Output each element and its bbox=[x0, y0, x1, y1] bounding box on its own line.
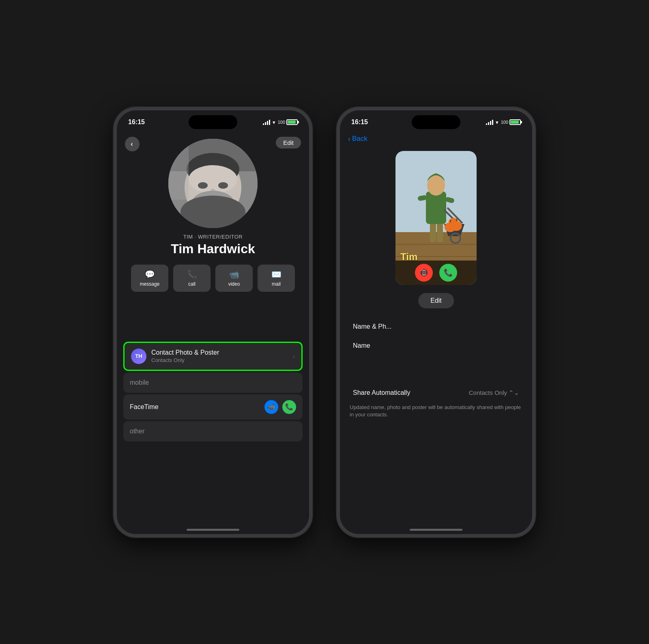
phone-left: 16:15 ▾ 100 ‹ bbox=[114, 107, 312, 537]
avatar-left bbox=[168, 139, 258, 228]
video-button[interactable]: 📹 video bbox=[215, 265, 253, 292]
signal-icon-right bbox=[486, 119, 493, 125]
back-nav-right[interactable]: ‹ Back bbox=[348, 135, 367, 143]
name-phone-row[interactable]: Name & Ph... bbox=[346, 317, 526, 336]
battery-percentage-right: 100 bbox=[501, 120, 508, 125]
accept-call-button[interactable]: 📞 bbox=[439, 264, 457, 282]
status-time-left: 16:15 bbox=[128, 118, 145, 126]
phone-right: 16:15 ▾ 100 ‹ Back bbox=[337, 107, 535, 537]
back-text: Back bbox=[352, 135, 367, 143]
action-buttons: 💬 message 📞 call 📹 video ✉️ mail bbox=[131, 265, 295, 292]
photo-poster-title: Contact Photo & Poster bbox=[151, 349, 219, 356]
chevron-right-icon: › bbox=[293, 353, 295, 360]
contact-name: Tim Hardwick bbox=[171, 241, 255, 256]
mail-label: mail bbox=[272, 281, 281, 287]
status-icons-left: ▾ 100 bbox=[263, 119, 298, 125]
svg-rect-16 bbox=[437, 222, 443, 242]
battery-percentage-left: 100 bbox=[278, 120, 285, 125]
svg-rect-10 bbox=[168, 139, 189, 200]
th-avatar: TH bbox=[131, 349, 146, 364]
svg-point-8 bbox=[192, 191, 234, 215]
back-arrow-icon: ‹ bbox=[348, 135, 350, 143]
status-icons-right: ▾ 100 bbox=[486, 119, 521, 125]
description-text: Updated name, photo and poster will be a… bbox=[346, 404, 526, 418]
mail-icon: ✉️ bbox=[271, 269, 282, 279]
name-row[interactable]: Name bbox=[346, 336, 526, 355]
call-icon: 📞 bbox=[187, 269, 197, 279]
facetime-video-icon[interactable]: 📹 bbox=[264, 400, 278, 414]
home-indicator-left bbox=[187, 529, 239, 531]
dynamic-island-right bbox=[412, 115, 460, 129]
signal-icon-left bbox=[263, 119, 270, 125]
wifi-icon-left: ▾ bbox=[273, 119, 275, 125]
contact-list: TH Contact Photo & Poster Contacts Only … bbox=[123, 342, 303, 442]
home-indicator-right bbox=[410, 529, 462, 531]
back-button-left[interactable]: ‹ bbox=[125, 137, 140, 151]
battery-icon-right bbox=[509, 119, 521, 125]
svg-point-18 bbox=[427, 175, 445, 196]
svg-rect-15 bbox=[430, 222, 436, 242]
share-automatically-row[interactable]: Share Automatically Contacts Only ⌃⌄ bbox=[346, 383, 526, 402]
photo-poster-row[interactable]: TH Contact Photo & Poster Contacts Only … bbox=[123, 342, 303, 371]
svg-line-28 bbox=[456, 219, 457, 221]
message-icon: 💬 bbox=[145, 269, 155, 279]
svg-point-6 bbox=[218, 182, 228, 189]
mobile-row[interactable]: mobile bbox=[123, 373, 303, 393]
facetime-row[interactable]: FaceTime 📹 📞 bbox=[123, 394, 303, 420]
message-button[interactable]: 💬 message bbox=[131, 265, 168, 292]
decline-icon: 📵 bbox=[419, 268, 428, 277]
svg-point-5 bbox=[198, 182, 208, 189]
battery-icon-left bbox=[286, 119, 298, 125]
other-row[interactable]: other bbox=[123, 421, 303, 442]
share-automatically-value: Contacts Only ⌃⌄ bbox=[469, 389, 519, 396]
accept-icon: 📞 bbox=[444, 268, 453, 277]
contact-subtitle: TIM · WRITER/EDITOR bbox=[183, 234, 243, 240]
name-label: Name bbox=[353, 342, 370, 349]
edit-button-left[interactable]: Edit bbox=[276, 137, 301, 149]
share-automatically-label: Share Automatically bbox=[353, 389, 410, 396]
call-button[interactable]: 📞 call bbox=[173, 265, 211, 292]
photo-poster-subtitle: Contacts Only bbox=[151, 357, 219, 363]
edit-poster-button[interactable]: Edit bbox=[418, 293, 454, 308]
svg-rect-17 bbox=[426, 192, 446, 224]
facetime-phone-icon[interactable]: 📞 bbox=[282, 400, 296, 414]
facetime-label: FaceTime bbox=[130, 403, 159, 411]
contact-header: TIM · WRITER/EDITOR Tim Hardwick 💬 messa… bbox=[117, 135, 309, 292]
mail-button[interactable]: ✉️ mail bbox=[258, 265, 295, 292]
wifi-icon-right: ▾ bbox=[496, 119, 499, 125]
status-time-right: 16:15 bbox=[351, 118, 368, 126]
decline-call-button[interactable]: 📵 bbox=[415, 264, 433, 282]
svg-line-27 bbox=[450, 220, 451, 222]
svg-rect-9 bbox=[181, 214, 245, 228]
avatar-photo bbox=[168, 139, 258, 228]
video-icon: 📹 bbox=[229, 269, 239, 279]
poster-call-buttons: 📵 📞 bbox=[395, 261, 477, 285]
poster-preview: Tim 📵 📞 bbox=[395, 151, 477, 285]
chevron-updown-icon: ⌃⌄ bbox=[509, 389, 519, 396]
video-label: video bbox=[228, 281, 240, 287]
back-chevron-icon-left: ‹ bbox=[131, 140, 133, 148]
call-label: call bbox=[188, 281, 196, 287]
message-label: message bbox=[140, 281, 160, 287]
name-phone-label: Name & Ph... bbox=[353, 323, 391, 330]
dynamic-island-left bbox=[189, 115, 237, 129]
settings-section: Name & Ph... Name Share Automatically Co… bbox=[346, 317, 526, 418]
